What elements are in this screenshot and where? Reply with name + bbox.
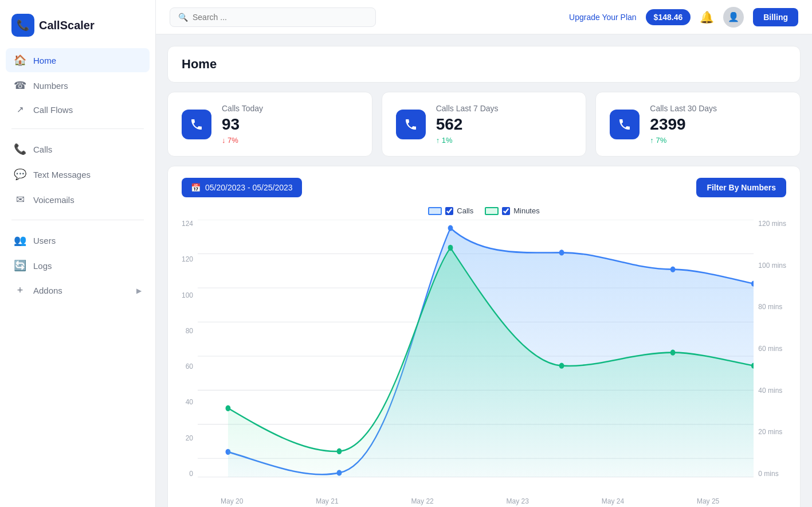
balance-badge[interactable]: $148.46 xyxy=(646,9,691,25)
chart-legend: Calls Minutes xyxy=(182,206,786,215)
sidebar-item-logs-label: Logs xyxy=(33,261,52,271)
stat-info-30days: Calls Last 30 Days 2399 ↑ 7% xyxy=(650,104,717,145)
search-input[interactable] xyxy=(193,13,367,22)
sidebar-item-textmessages[interactable]: 💬 Text Messages xyxy=(6,162,150,186)
logo: 📞 CallScaler xyxy=(0,9,155,48)
minutes-point-1 xyxy=(337,448,342,454)
calls-checkbox[interactable] xyxy=(445,207,453,215)
stat-label-30days: Calls Last 30 Days xyxy=(650,104,717,113)
logo-text: CallScaler xyxy=(39,19,95,32)
sidebar-item-numbers[interactable]: ☎ Numbers xyxy=(6,73,150,98)
calendar-icon: 📅 xyxy=(191,183,201,192)
stat-card-today: Calls Today 93 ↓ 7% xyxy=(167,92,372,157)
notification-icon[interactable]: 🔔 xyxy=(700,10,714,24)
sidebar-divider-1 xyxy=(11,128,144,129)
avatar[interactable]: 👤 xyxy=(723,7,744,28)
users-icon: 👥 xyxy=(14,234,26,247)
upgrade-button[interactable]: Upgrade Your Plan xyxy=(569,13,637,22)
x-label-0: May 20 xyxy=(221,497,243,505)
page-title: Home xyxy=(182,57,786,72)
callflows-icon: ↗ xyxy=(14,104,26,115)
legend-minutes-label: Minutes xyxy=(513,206,540,215)
legend-calls-box xyxy=(428,207,442,215)
sidebar-item-calls[interactable]: 📞 Calls xyxy=(6,137,150,161)
stat-value-7days: 562 xyxy=(436,115,499,134)
stat-label-today: Calls Today xyxy=(222,104,263,113)
billing-button[interactable]: Billing xyxy=(753,8,798,26)
minutes-point-0 xyxy=(226,405,231,411)
sidebar-item-numbers-label: Numbers xyxy=(33,81,68,91)
sidebar-item-voicemails[interactable]: ✉ Voicemails xyxy=(6,188,150,212)
stat-info-7days: Calls Last 7 Days 562 ↑ 1% xyxy=(436,104,499,145)
sidebar-item-home[interactable]: 🏠 Home xyxy=(6,48,150,72)
sidebar-item-users[interactable]: 👥 Users xyxy=(6,228,150,252)
sidebar-item-voicemails-label: Voicemails xyxy=(33,195,74,205)
stat-value-today: 93 xyxy=(222,115,263,134)
sidebar-item-logs[interactable]: 🔄 Logs xyxy=(6,253,150,278)
sidebar-item-addons-label: Addons xyxy=(33,286,62,295)
legend-calls: Calls xyxy=(428,206,473,215)
legend-minutes: Minutes xyxy=(485,206,540,215)
calls-point-2 xyxy=(448,225,453,231)
phone-calls-icon-3 xyxy=(618,118,631,131)
stat-card-30days: Calls Last 30 Days 2399 ↑ 7% xyxy=(595,92,801,157)
stat-change-7days: ↑ 1% xyxy=(436,136,499,145)
minutes-point-4 xyxy=(670,349,676,355)
stat-icon-30days xyxy=(610,110,640,139)
stat-change-today: ↓ 7% xyxy=(222,136,263,145)
x-label-5: May 25 xyxy=(697,497,719,505)
sidebar-item-users-label: Users xyxy=(33,236,56,245)
x-axis: May 20 May 21 May 22 May 23 May 24 May 2… xyxy=(198,495,754,505)
voicemail-icon: ✉ xyxy=(14,193,26,206)
stat-card-7days: Calls Last 7 Days 562 ↑ 1% xyxy=(382,92,587,157)
x-label-3: May 23 xyxy=(507,497,529,505)
addons-icon: + xyxy=(14,284,26,297)
y-axis-right: 120 mins 100 mins 80 mins 60 mins 40 min… xyxy=(754,220,786,495)
sidebar-item-calls-label: Calls xyxy=(33,145,52,154)
main-content: 🔍 Upgrade Your Plan $148.46 🔔 👤 Billing … xyxy=(156,0,812,507)
calls-point-3 xyxy=(559,249,564,255)
chevron-right-icon: ▶ xyxy=(136,287,142,295)
x-label-2: May 22 xyxy=(411,497,433,505)
date-range-label: 05/20/2023 - 05/25/2023 xyxy=(205,183,293,192)
chart-svg xyxy=(198,220,754,495)
stat-change-30days: ↑ 7% xyxy=(650,136,717,145)
phone-icon: ☎ xyxy=(14,79,26,92)
date-range-button[interactable]: 📅 05/20/2023 - 05/25/2023 xyxy=(182,178,302,197)
stats-row: Calls Today 93 ↓ 7% Calls Last 7 Days 56… xyxy=(167,92,801,157)
sidebar-item-home-label: Home xyxy=(33,56,56,65)
search-icon: 🔍 xyxy=(178,13,188,22)
stat-icon-7days xyxy=(396,110,426,139)
minutes-point-3 xyxy=(559,362,564,368)
stat-info-today: Calls Today 93 ↓ 7% xyxy=(222,104,263,145)
calls-icon: 📞 xyxy=(14,143,26,155)
chart-card: 📅 05/20/2023 - 05/25/2023 Filter By Numb… xyxy=(167,166,801,507)
calls-point-4 xyxy=(670,266,676,272)
chart-area: May 20 May 21 May 22 May 23 May 24 May 2… xyxy=(198,220,754,505)
page-content: Home Calls Today 93 ↓ 7% xyxy=(156,34,812,507)
sidebar-item-callflows[interactable]: ↗ Call Flows xyxy=(6,99,150,120)
chart-wrap: 124 120 100 80 60 40 20 0 xyxy=(182,220,786,505)
minutes-checkbox[interactable] xyxy=(502,207,510,215)
y-axis-left: 124 120 100 80 60 40 20 0 xyxy=(182,220,198,495)
phone-calls-icon xyxy=(190,118,203,131)
sidebar-item-callflows-label: Call Flows xyxy=(33,105,73,115)
phone-calls-icon-2 xyxy=(404,118,418,131)
sidebar-divider-2 xyxy=(11,220,144,220)
legend-calls-label: Calls xyxy=(457,206,473,215)
logs-icon: 🔄 xyxy=(14,259,26,272)
minutes-point-2 xyxy=(448,245,453,251)
chart-header: 📅 05/20/2023 - 05/25/2023 Filter By Numb… xyxy=(182,178,786,197)
home-icon: 🏠 xyxy=(14,54,26,67)
filter-by-numbers-button[interactable]: Filter By Numbers xyxy=(696,178,786,197)
x-label-1: May 21 xyxy=(316,497,338,505)
legend-minutes-box xyxy=(485,207,499,215)
sidebar-item-addons[interactable]: + Addons ▶ xyxy=(6,279,150,302)
header-right: Upgrade Your Plan $148.46 🔔 👤 Billing xyxy=(569,7,798,28)
header: 🔍 Upgrade Your Plan $148.46 🔔 👤 Billing xyxy=(156,0,812,34)
stat-value-30days: 2399 xyxy=(650,115,717,134)
text-icon: 💬 xyxy=(14,168,26,181)
sidebar-item-textmessages-label: Text Messages xyxy=(33,170,91,180)
search-box[interactable]: 🔍 xyxy=(170,7,376,27)
stat-icon-today xyxy=(182,110,211,139)
